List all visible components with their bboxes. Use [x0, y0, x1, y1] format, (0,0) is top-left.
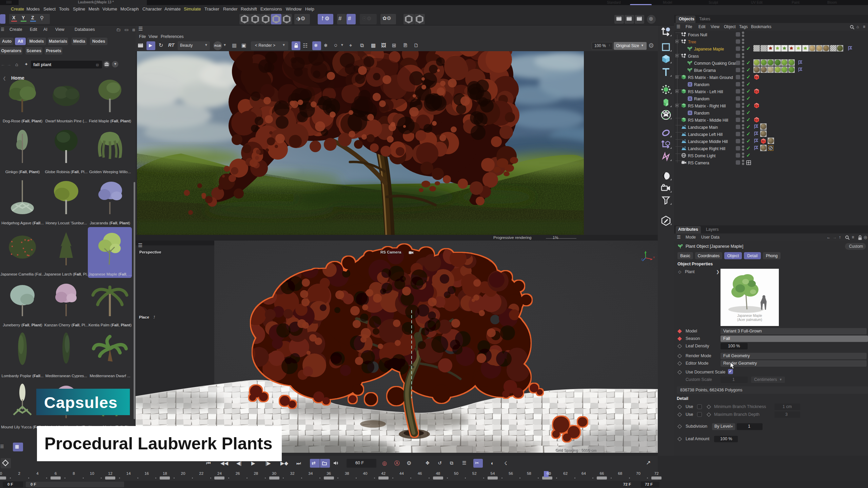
svg-text:Japanese Maple: Japanese Maple — [737, 314, 762, 318]
svg-text:Y: Y — [644, 252, 646, 255]
svg-text:X: X — [653, 256, 655, 259]
svg-text:Z: Z — [641, 258, 643, 261]
svg-text:(Acer palmatum): (Acer palmatum) — [737, 318, 762, 322]
